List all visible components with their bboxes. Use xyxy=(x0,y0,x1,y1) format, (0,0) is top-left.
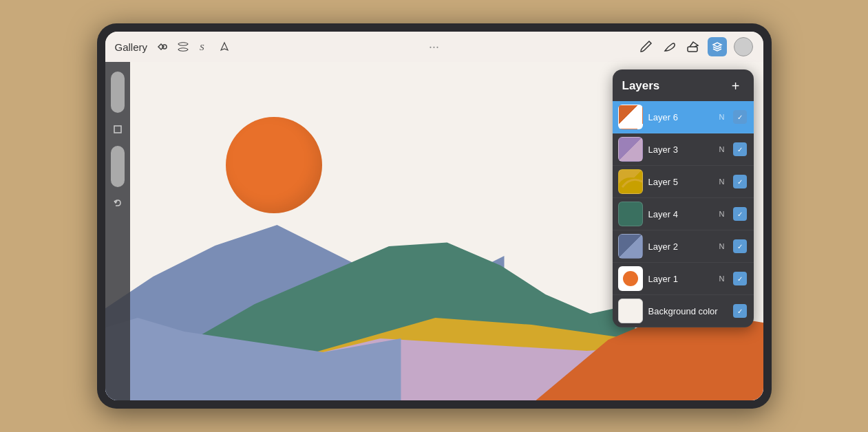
eraser-icon[interactable] xyxy=(684,39,701,55)
side-toolbar xyxy=(105,62,130,400)
tablet-screen: Gallery xyxy=(105,32,763,400)
check-icon: ✓ xyxy=(737,243,743,250)
layer-name: Background color xyxy=(648,306,728,316)
selection-icon[interactable] xyxy=(218,40,231,54)
svg-rect-2 xyxy=(688,47,697,52)
layer-thumbnail xyxy=(618,299,643,323)
layer-visibility-toggle[interactable]: ✓ xyxy=(733,304,747,318)
background-color-layer[interactable]: Background color ✓ xyxy=(613,295,754,327)
layer-thumbnail xyxy=(618,105,643,129)
layer-name: Layer 5 xyxy=(648,177,714,187)
toolbar-tools: S xyxy=(156,40,231,54)
layers-header: Layers + xyxy=(613,69,754,101)
check-icon: ✓ xyxy=(737,210,743,218)
undo-icon[interactable] xyxy=(109,195,126,212)
check-icon: ✓ xyxy=(737,275,743,283)
top-toolbar: Gallery xyxy=(105,32,763,62)
toolbar-center-dots[interactable]: ●●● xyxy=(430,45,440,49)
layer-item[interactable]: Layer 6 N ✓ xyxy=(613,101,754,133)
check-icon: ✓ xyxy=(737,114,743,121)
layer-mode: N xyxy=(719,242,725,250)
layer-visibility-toggle[interactable]: ✓ xyxy=(733,142,747,156)
toolbar-right xyxy=(637,37,753,56)
layer-visibility-toggle[interactable]: ✓ xyxy=(733,207,747,221)
layers-panel: Layers + Layer 6 N ✓ Layer 3 N ✓ xyxy=(613,69,754,327)
layer-visibility-toggle[interactable]: ✓ xyxy=(733,110,747,124)
transform-icon[interactable] xyxy=(176,40,190,54)
profile-icon[interactable] xyxy=(734,37,753,56)
square-icon[interactable] xyxy=(109,121,126,138)
layer-item[interactable]: Layer 3 N ✓ xyxy=(613,133,754,166)
layer-mode: N xyxy=(719,177,725,186)
layer-thumbnail xyxy=(618,234,643,259)
layers-title: Layers xyxy=(622,79,660,93)
adjustments-icon[interactable]: S xyxy=(197,40,211,54)
layer-name: Layer 3 xyxy=(648,144,714,155)
brush-size-slider[interactable] xyxy=(111,72,125,113)
layer-thumbnail xyxy=(618,169,643,194)
layer-name: Layer 2 xyxy=(648,241,714,252)
layer-item[interactable]: Layer 4 N ✓ xyxy=(613,198,754,230)
layer-visibility-toggle[interactable]: ✓ xyxy=(733,175,747,188)
svg-rect-3 xyxy=(114,126,121,133)
layer-item[interactable]: Layer 5 N ✓ xyxy=(613,166,754,198)
check-icon: ✓ xyxy=(737,307,743,315)
svg-text:S: S xyxy=(200,42,204,52)
check-icon: ✓ xyxy=(737,178,743,186)
layer-name: Layer 4 xyxy=(648,209,714,219)
tablet-device: Gallery xyxy=(97,23,772,409)
toolbar-left: Gallery xyxy=(115,40,232,54)
layer-thumbnail xyxy=(618,202,643,226)
add-layer-button[interactable]: + xyxy=(728,78,744,94)
layer-name: Layer 6 xyxy=(648,112,714,122)
layer-mode: N xyxy=(719,145,725,153)
layer-thumbnail xyxy=(618,137,643,162)
check-icon: ✓ xyxy=(737,146,743,153)
brush-icon[interactable] xyxy=(637,39,654,55)
layer-mode: N xyxy=(719,274,725,283)
layer-item[interactable]: Layer 1 N ✓ xyxy=(613,263,754,295)
sun-element xyxy=(226,117,322,213)
layer-item[interactable]: Layer 2 N ✓ xyxy=(613,230,754,263)
layers-panel-button[interactable] xyxy=(708,37,727,56)
layer-visibility-toggle[interactable]: ✓ xyxy=(733,239,747,253)
layer-mode: N xyxy=(719,210,725,218)
layer-name: Layer 1 xyxy=(648,274,714,284)
modify-icon[interactable] xyxy=(156,40,169,54)
smudge-icon[interactable] xyxy=(661,39,677,55)
layer-thumbnail xyxy=(618,266,643,291)
layer-mode: N xyxy=(719,113,725,121)
opacity-slider[interactable] xyxy=(111,146,125,187)
gallery-button[interactable]: Gallery xyxy=(115,41,148,53)
layer-visibility-toggle[interactable]: ✓ xyxy=(733,272,747,285)
